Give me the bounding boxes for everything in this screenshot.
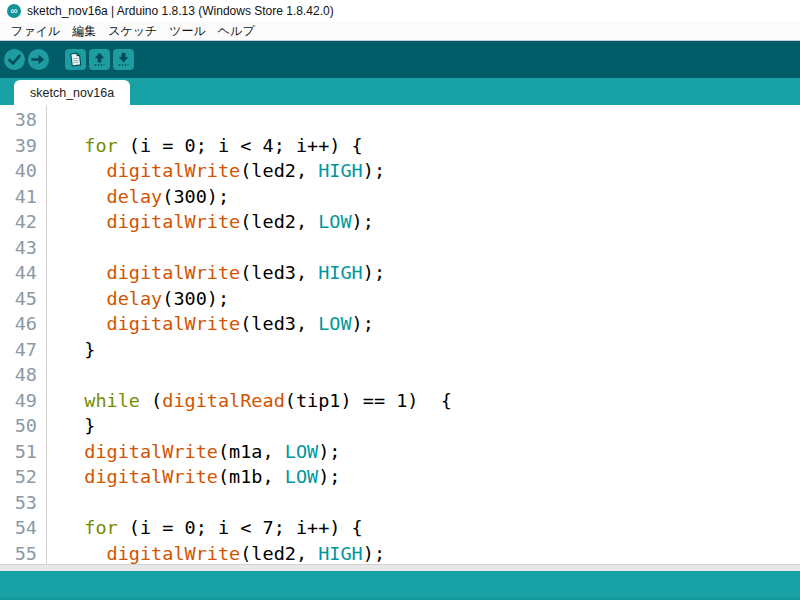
- code-line[interactable]: }: [62, 337, 800, 363]
- code-line[interactable]: [62, 490, 800, 516]
- line-number: 53: [0, 490, 37, 516]
- menu-item-3[interactable]: ツール: [163, 23, 212, 40]
- line-number: 54: [0, 515, 37, 541]
- line-number: 52: [0, 464, 37, 490]
- code-line[interactable]: digitalWrite(led3, HIGH);: [62, 260, 800, 286]
- line-number: 45: [0, 286, 37, 312]
- check-icon: [4, 49, 25, 70]
- code-line[interactable]: digitalWrite(m1b, LOW);: [62, 464, 800, 490]
- line-number: 50: [0, 413, 37, 439]
- status-strip: [0, 564, 800, 571]
- line-number: 41: [0, 184, 37, 210]
- arrow-down-icon: [113, 49, 134, 70]
- line-number: 38: [0, 107, 37, 133]
- open-button[interactable]: [89, 49, 110, 70]
- window-title: sketch_nov16a | Arduino 1.8.13 (Windows …: [27, 4, 334, 18]
- code-line[interactable]: }: [62, 413, 800, 439]
- code-line[interactable]: [62, 107, 800, 133]
- code-line[interactable]: digitalWrite(led2, HIGH);: [62, 158, 800, 184]
- save-button[interactable]: [113, 49, 134, 70]
- console-area: [0, 571, 800, 600]
- arduino-ide-window: ∞ sketch_nov16a | Arduino 1.8.13 (Window…: [0, 0, 800, 600]
- tab-strip: sketch_nov16a: [0, 78, 800, 105]
- tab-sketch-nov16a[interactable]: sketch_nov16a: [14, 80, 130, 105]
- upload-button[interactable]: [28, 49, 49, 70]
- code-line[interactable]: digitalWrite(led2, HIGH);: [62, 541, 800, 565]
- code-line[interactable]: digitalWrite(led2, LOW);: [62, 209, 800, 235]
- menu-bar: ファイル編集スケッチツールヘルプ: [0, 22, 800, 41]
- line-number: 46: [0, 311, 37, 337]
- code-line[interactable]: digitalWrite(led3, LOW);: [62, 311, 800, 337]
- document-icon: [65, 49, 86, 70]
- menu-item-4[interactable]: ヘルプ: [212, 23, 261, 40]
- menu-item-2[interactable]: スケッチ: [102, 23, 163, 40]
- line-number: 40: [0, 158, 37, 184]
- new-sketch-button[interactable]: [65, 49, 86, 70]
- code-line[interactable]: delay(300);: [62, 184, 800, 210]
- menu-item-1[interactable]: 編集: [66, 23, 102, 40]
- line-number: 43: [0, 235, 37, 261]
- title-bar: ∞ sketch_nov16a | Arduino 1.8.13 (Window…: [0, 0, 800, 22]
- code-lines[interactable]: for (i = 0; i < 4; i++) { digitalWrite(l…: [47, 105, 800, 564]
- code-line[interactable]: for (i = 0; i < 4; i++) {: [62, 133, 800, 159]
- gutter: 383940414243444546474849505152535455: [0, 105, 47, 564]
- line-number: 55: [0, 541, 37, 565]
- line-number: 39: [0, 133, 37, 159]
- line-number: 44: [0, 260, 37, 286]
- code-line[interactable]: digitalWrite(m1a, LOW);: [62, 439, 800, 465]
- menu-item-0[interactable]: ファイル: [5, 23, 66, 40]
- code-line[interactable]: for (i = 0; i < 7; i++) {: [62, 515, 800, 541]
- line-number: 42: [0, 209, 37, 235]
- toolbar: [0, 41, 800, 78]
- verify-button[interactable]: [4, 49, 25, 70]
- code-line[interactable]: [62, 235, 800, 261]
- line-number: 51: [0, 439, 37, 465]
- arduino-logo-icon: ∞: [7, 4, 21, 18]
- arrow-right-icon: [28, 49, 49, 70]
- arrow-up-icon: [89, 49, 110, 70]
- code-line[interactable]: while (digitalRead(tip1) == 1) {: [62, 388, 800, 414]
- code-line[interactable]: [62, 362, 800, 388]
- code-editor[interactable]: 383940414243444546474849505152535455 for…: [0, 105, 800, 564]
- line-number: 48: [0, 362, 37, 388]
- tab-label: sketch_nov16a: [30, 86, 114, 100]
- code-line[interactable]: delay(300);: [62, 286, 800, 312]
- line-number: 49: [0, 388, 37, 414]
- line-number: 47: [0, 337, 37, 363]
